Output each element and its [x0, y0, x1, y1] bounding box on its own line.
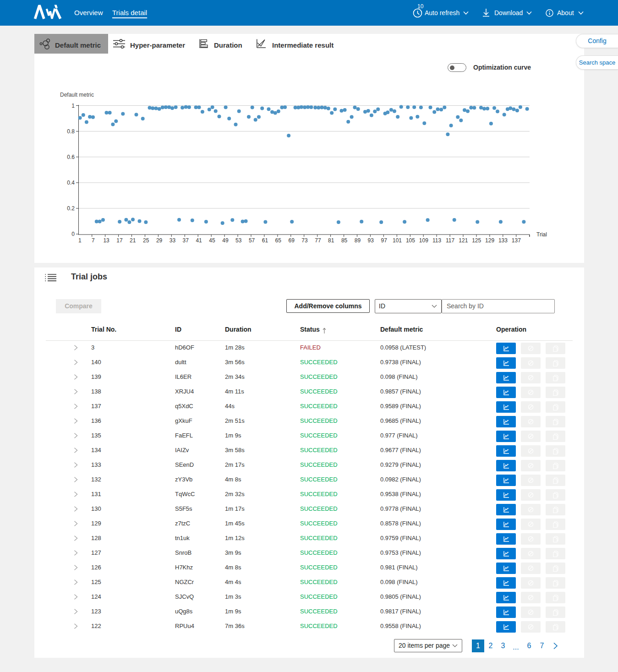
svg-text:125: 125	[472, 237, 481, 244]
svg-text:93: 93	[368, 237, 374, 244]
svg-text:1: 1	[71, 103, 75, 109]
svg-text:7: 7	[92, 237, 95, 244]
svg-text:0: 0	[71, 231, 75, 237]
svg-text:137: 137	[512, 237, 521, 244]
svg-text:21: 21	[130, 237, 136, 244]
svg-text:41: 41	[196, 237, 202, 244]
svg-text:73: 73	[301, 237, 308, 244]
svg-text:129: 129	[485, 237, 494, 244]
svg-text:133: 133	[498, 237, 508, 244]
svg-text:109: 109	[419, 237, 428, 244]
svg-text:13: 13	[103, 237, 109, 244]
svg-text:117: 117	[446, 237, 454, 244]
svg-text:53: 53	[235, 237, 242, 244]
svg-text:57: 57	[249, 237, 255, 244]
svg-text:37: 37	[183, 237, 189, 244]
svg-text:0.4: 0.4	[67, 180, 75, 186]
svg-text:121: 121	[459, 237, 468, 244]
svg-text:0.6: 0.6	[67, 154, 75, 160]
svg-text:105: 105	[406, 237, 415, 244]
svg-text:101: 101	[393, 237, 402, 244]
svg-text:97: 97	[381, 237, 388, 244]
svg-text:45: 45	[209, 237, 215, 244]
svg-text:1: 1	[78, 237, 82, 244]
svg-text:29: 29	[156, 237, 163, 244]
svg-text:0.2: 0.2	[67, 205, 75, 212]
svg-text:69: 69	[289, 237, 295, 244]
svg-text:61: 61	[262, 237, 268, 244]
svg-text:49: 49	[222, 237, 229, 244]
svg-text:65: 65	[275, 237, 282, 244]
svg-text:33: 33	[170, 237, 176, 244]
svg-text:77: 77	[315, 237, 321, 244]
svg-text:25: 25	[143, 237, 149, 244]
svg-text:81: 81	[328, 237, 334, 244]
svg-text:Default metric: Default metric	[60, 92, 94, 98]
svg-text:113: 113	[432, 237, 441, 244]
svg-text:Trial: Trial	[536, 231, 547, 238]
svg-text:0.8: 0.8	[67, 128, 75, 135]
svg-text:85: 85	[341, 237, 348, 244]
svg-text:89: 89	[355, 237, 361, 244]
svg-text:17: 17	[116, 237, 123, 244]
